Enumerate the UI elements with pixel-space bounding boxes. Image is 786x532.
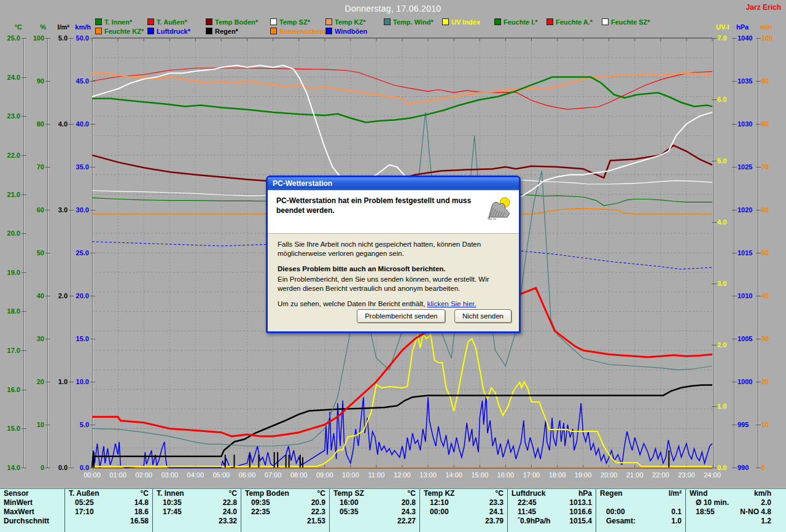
x-axis-label: 03:00: [161, 471, 178, 479]
dialog-paragraph: Falls Sie Ihre Arbeit noch nicht gespeic…: [278, 240, 509, 258]
x-axis-label: 02:00: [135, 471, 152, 479]
max-value: 24.1: [489, 507, 504, 517]
sensor-unit: km/h: [754, 489, 771, 498]
table-column-luftdruck: LuftdruckhPa22:451013.111:451016.6ˆ0.9hP…: [508, 489, 596, 532]
x-axis-label: 14:00: [445, 471, 462, 479]
sensor-unit: °C: [408, 489, 416, 498]
x-axis-label: 06:00: [239, 471, 256, 479]
sensor-unit: l/m²: [669, 489, 682, 498]
dialog-paragraph: Ein Problembericht, den Sie uns senden k…: [278, 275, 509, 293]
avg-value: 1.0: [671, 517, 682, 526]
x-axis-label: 05:00: [213, 471, 230, 479]
weather-app-window: Donnerstag, 17.06.2010 Jarz Erich T. Inn…: [0, 0, 786, 532]
table-column-t-innen: T. Innen°C10:3522.817:4524.023.32: [153, 489, 241, 532]
sensor-name: Temp KZ: [424, 489, 454, 498]
max-time: 00:00: [430, 507, 449, 517]
max-value: 22.3: [311, 507, 325, 517]
max-time: 00:00: [606, 507, 625, 517]
sensor-unit: hPa: [578, 489, 592, 498]
table-row-label: Sensor: [4, 489, 29, 498]
x-axis-label: 09:00: [316, 471, 333, 479]
error-report-icon: [487, 196, 512, 220]
min-time: 05:25: [75, 498, 94, 507]
stats-table: SensorMinWertMaxWertDurchschnittT. Außen…: [0, 488, 786, 532]
max-value: 18.6: [134, 507, 149, 517]
x-axis-label: 20:00: [601, 471, 618, 479]
sensor-name: Regen: [600, 489, 623, 498]
min-value: 22.8: [223, 498, 237, 507]
min-time: 22:45: [518, 498, 537, 507]
table-column-temp-sz: Temp SZ°C16:0020.805:3524.322.27: [330, 489, 420, 532]
x-axis-label: 11:00: [368, 471, 385, 479]
min-value: 1013.1: [569, 498, 592, 507]
sensor-unit: °C: [229, 489, 237, 498]
avg-value: 22.27: [397, 517, 416, 526]
min-value: 14.8: [134, 498, 149, 507]
max-time: 11:45: [518, 507, 536, 517]
dialog-titlebar[interactable]: PC-Wetterstation: [268, 177, 519, 190]
avg-value: 23.79: [485, 517, 504, 526]
x-axis-label: 07:00: [265, 471, 282, 479]
table-row-labels: SensorMinWertMaxWertDurchschnitt: [0, 489, 65, 532]
dont-send-button[interactable]: Nicht senden: [454, 309, 512, 323]
dialog-paragraph: Um zu sehen, welche Daten Ihr Bericht en…: [278, 300, 425, 307]
avg-label: ˆ0.9hPa/h: [518, 517, 550, 526]
min-value: 23.3: [489, 498, 504, 507]
table-column-t-au-en: T. Außen°C05:2514.817:1018.616.58: [65, 489, 153, 532]
sensor-name: Temp Boden: [245, 489, 289, 498]
avg-value: 21.53: [307, 517, 325, 526]
table-row-label: MaxWert: [4, 507, 34, 517]
x-axis-label: 23:00: [678, 471, 695, 479]
min-value: 2.0: [761, 498, 771, 507]
x-axis-label: 24:00: [704, 471, 721, 479]
max-time: 05:35: [340, 507, 359, 517]
max-time: 17:45: [163, 507, 182, 517]
dialog-header-section: PC-Wetterstation hat ein Problem festges…: [268, 190, 519, 234]
x-axis-label: 01:00: [109, 471, 126, 479]
min-time: 09:35: [251, 498, 270, 507]
sensor-unit: °C: [141, 489, 149, 498]
sensor-name: Temp SZ: [333, 489, 364, 498]
avg-value: 1.2: [761, 517, 771, 526]
report-details-link[interactable]: klicken Sie hier.: [427, 300, 477, 307]
min-time: 16:00: [340, 498, 359, 507]
x-axis-label: 18:00: [549, 471, 566, 479]
max-time: 22:35: [251, 507, 270, 517]
x-axis-label: 22:00: [652, 471, 669, 479]
x-axis-label: 15:00: [471, 471, 488, 479]
table-row-label: MinWert: [4, 498, 33, 507]
x-axis-label: 21:00: [626, 471, 644, 479]
x-axis-label: 13:00: [419, 471, 437, 479]
sensor-name: T. Innen: [157, 489, 184, 498]
sensor-unit: °C: [317, 489, 325, 498]
max-value: 1016.6: [569, 507, 592, 517]
avg-value: 23.32: [219, 517, 237, 526]
max-time: 17:10: [75, 507, 94, 517]
sensor-name: T. Außen: [69, 489, 99, 498]
min-time: Ø 10 min.: [696, 498, 729, 507]
max-time: 18:55: [696, 507, 715, 517]
x-axis-label: 04:00: [187, 471, 204, 479]
max-value: 24.0: [223, 507, 237, 517]
x-axis-label: 00:00: [84, 471, 101, 479]
table-column-wind: Windkm/hØ 10 min.2.018:55N-NO 4.81.2: [686, 489, 786, 532]
table-column-temp-boden: Temp Boden°C09:3520.922:3522.321.53: [241, 489, 330, 532]
min-value: 20.9: [311, 498, 325, 507]
min-time: 10:35: [163, 498, 182, 507]
sensor-name: Wind: [690, 489, 707, 498]
x-axis-label: 08:00: [290, 471, 308, 479]
avg-value: 1015.4: [569, 517, 592, 526]
dialog-body: Falls Sie Ihre Arbeit noch nicht gespeic…: [268, 234, 519, 309]
sensor-name: Luftdruck: [512, 489, 545, 498]
sensor-unit: °C: [496, 489, 504, 498]
x-axis-label: 16:00: [497, 471, 515, 479]
x-axis-label: 19:00: [575, 471, 592, 479]
send-report-button[interactable]: Problembericht senden: [357, 309, 445, 323]
x-axis-label: 10:00: [342, 471, 359, 479]
min-time: 12:10: [430, 498, 449, 507]
max-value: N-NO 4.8: [740, 507, 771, 517]
max-value: 24.3: [402, 507, 416, 517]
dialog-heading: PC-Wetterstation hat ein Problem festges…: [276, 196, 479, 215]
avg-label: Gesamt:: [606, 517, 636, 526]
avg-value: 16.58: [130, 517, 149, 526]
